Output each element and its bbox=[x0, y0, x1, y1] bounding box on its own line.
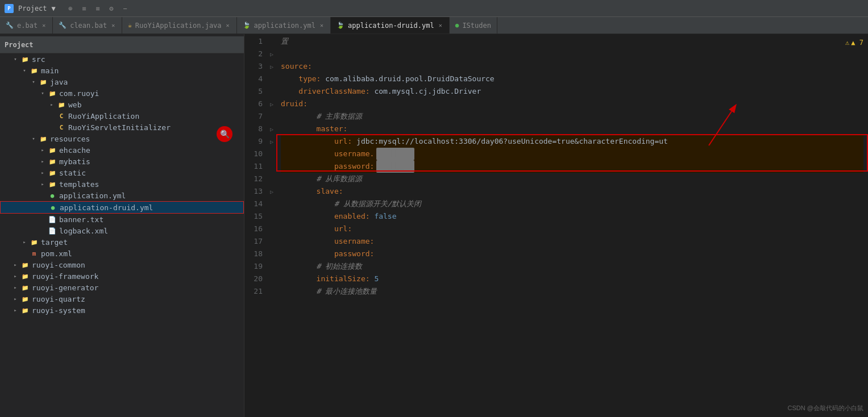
folder-icon-resources: 📁 bbox=[39, 134, 48, 143]
tree-item-ruoyi-common[interactable]: 📁 ruoyi-common bbox=[0, 259, 244, 270]
tree-item-appyml[interactable]: ● application.yml bbox=[0, 190, 244, 201]
label-comruoyi: com.ruoyi bbox=[59, 89, 99, 98]
arrow-ruoyi-generator bbox=[11, 283, 19, 291]
tab-appyml[interactable]: 🍃 application.yml ✕ bbox=[237, 17, 331, 34]
token-5-1: driverClassName: bbox=[281, 85, 374, 98]
code-area[interactable]: ⚠ ▲ 7 bbox=[276, 34, 868, 417]
java-icon-ruoyiservlet: C bbox=[57, 123, 66, 132]
tree-item-static[interactable]: 📁 static bbox=[0, 167, 244, 178]
code-line-3: source: bbox=[281, 60, 863, 73]
title-bar-title: Project bbox=[18, 5, 47, 12]
settings-btn[interactable]: ⚙ bbox=[106, 3, 117, 14]
gutter-arrow-3: ▷ bbox=[267, 60, 276, 73]
tree-item-banner[interactable]: 📄 banner.txt bbox=[0, 214, 244, 225]
gutter-arrow-9: ▷ bbox=[267, 135, 276, 148]
title-bar-controls: ⊕ ≡ ≡ ⚙ − bbox=[65, 3, 131, 14]
arrow-ruoyi-common bbox=[11, 261, 19, 269]
tab-ruoyiapp[interactable]: ☕ RuoYiApplication.java ✕ bbox=[122, 17, 236, 34]
token-1-1: 置 bbox=[281, 35, 288, 48]
search-icon-btn[interactable]: 🔍 bbox=[217, 126, 232, 142]
editor[interactable]: 1 2 3 4 5 6 7 8 9 10 11 12 13 14 15 16 1… bbox=[244, 34, 868, 417]
tree-item-target[interactable]: 📁 target bbox=[0, 236, 244, 248]
token-11-1: password: bbox=[281, 160, 374, 173]
arrow-ehcache bbox=[39, 146, 47, 154]
gutter-arrow-2: ▷ bbox=[267, 48, 276, 60]
label-pom: pom.xml bbox=[41, 249, 72, 258]
code-line-6: druid: bbox=[281, 98, 863, 110]
token-20-2: 5 bbox=[374, 273, 379, 285]
tree-item-templates[interactable]: 📁 templates bbox=[0, 178, 244, 190]
tree-item-web[interactable]: 📁 web bbox=[0, 99, 244, 110]
folder-icon-static: 📁 bbox=[48, 168, 57, 177]
tab-icon-istuden: ● bbox=[455, 22, 459, 29]
folder-icon-java: 📁 bbox=[39, 77, 48, 86]
xml-icon-logback: 📄 bbox=[48, 226, 57, 235]
token-12-1: # 从库数据源 bbox=[281, 173, 362, 185]
tree-item-ruoyi-quartz[interactable]: 📁 ruoyi-quartz bbox=[0, 293, 244, 305]
tree-item-src[interactable]: 📁 src bbox=[0, 53, 244, 65]
tab-clean[interactable]: 🔧 clean.bat ✕ bbox=[53, 17, 122, 34]
sidebar-header: Project bbox=[0, 36, 244, 53]
expand-all-btn[interactable]: ≡ bbox=[92, 3, 103, 14]
folder-icon-src: 📁 bbox=[20, 55, 30, 64]
tab-istuden[interactable]: ● IStuden bbox=[450, 17, 497, 34]
token-4-1: type: bbox=[281, 73, 325, 85]
code-line-7: # 主库数据源 bbox=[281, 110, 863, 123]
arrow-templates bbox=[39, 180, 47, 188]
token-6-1: druid: bbox=[281, 98, 308, 110]
folder-icon-templates: 📁 bbox=[48, 180, 57, 189]
locate-btn[interactable]: ⊕ bbox=[65, 3, 76, 14]
folder-icon-target: 📁 bbox=[30, 237, 39, 247]
gutter-arrow-13: ▷ bbox=[267, 185, 276, 198]
label-ruoyiapp: RuoYiApplication bbox=[68, 112, 139, 120]
label-java: java bbox=[50, 78, 68, 86]
warning-icon: ⚠ bbox=[845, 36, 849, 49]
tree-item-java[interactable]: 📁 java bbox=[0, 76, 244, 87]
tab-close-ebat[interactable]: ✕ bbox=[41, 22, 47, 29]
tab-icon-ruoyiapp: ☕ bbox=[128, 22, 132, 29]
label-src: src bbox=[32, 55, 45, 64]
label-ehcache: ehcache bbox=[59, 146, 90, 155]
label-ruoyi-generator: ruoyi-generator bbox=[32, 283, 98, 292]
label-ruoyi-system: ruoyi-system bbox=[32, 306, 85, 315]
tree-item-pom[interactable]: m pom.xml bbox=[0, 248, 244, 259]
line-numbers: 1 2 3 4 5 6 7 8 9 10 11 12 13 14 15 16 1… bbox=[244, 34, 267, 417]
code-line-18: password: bbox=[281, 248, 863, 260]
tree-item-logback[interactable]: 📄 logback.xml bbox=[0, 225, 244, 236]
folder-icon-ruoyi-system: 📁 bbox=[20, 306, 30, 315]
code-line-17: username: bbox=[281, 235, 863, 248]
tree-item-ruoyiapp[interactable]: C RuoYiApplication bbox=[0, 110, 244, 122]
label-templates: templates bbox=[59, 180, 99, 189]
tree-item-comruoyi[interactable]: 📁 com.ruoyi bbox=[0, 87, 244, 99]
folder-icon-ruoyi-generator: 📁 bbox=[20, 283, 30, 292]
arrow-ruoyi-framework bbox=[11, 272, 19, 280]
token-4-2: com.alibaba.druid.pool.DruidDataSource bbox=[325, 73, 494, 85]
label-ruoyi-framework: ruoyi-framework bbox=[32, 272, 98, 281]
label-mybatis: mybatis bbox=[59, 157, 90, 166]
tree-item-ruoyiservlet[interactable]: C RuoYiServletInitializer bbox=[0, 122, 244, 133]
tree-item-main[interactable]: 📁 main bbox=[0, 65, 244, 76]
code-line-5: driverClassName: com.mysql.cj.jdbc.Drive… bbox=[281, 85, 863, 98]
tab-ebat[interactable]: 🔧 e.bat ✕ bbox=[0, 17, 53, 34]
tree-item-ehcache[interactable]: 📁 ehcache bbox=[0, 144, 244, 156]
token-14-1: # 从数据源开关/默认关闭 bbox=[281, 198, 421, 210]
collapse-all-btn[interactable]: ≡ bbox=[78, 3, 90, 14]
arrow-resources bbox=[30, 135, 38, 143]
title-dropdown-arrow[interactable]: ▼ bbox=[52, 5, 56, 12]
tab-close-clean[interactable]: ✕ bbox=[110, 22, 116, 29]
tree-item-ruoyi-generator[interactable]: 📁 ruoyi-generator bbox=[0, 282, 244, 293]
tab-close-appdruid[interactable]: ✕ bbox=[438, 22, 443, 29]
tree-item-resources[interactable]: 📁 resources bbox=[0, 133, 244, 144]
tree-item-appdruid[interactable]: ● application-druid.yml bbox=[0, 201, 244, 214]
code-line-8: master: bbox=[281, 123, 863, 135]
tab-appdruid[interactable]: 🍃 application-druid.yml ✕ bbox=[331, 17, 450, 34]
tree-item-mybatis[interactable]: 📁 mybatis bbox=[0, 156, 244, 167]
sidebar-title: Project bbox=[5, 41, 34, 49]
tree-item-ruoyi-system[interactable]: 📁 ruoyi-system bbox=[0, 305, 244, 316]
arrow-ruoyi-system bbox=[11, 306, 19, 314]
minimize-btn[interactable]: − bbox=[119, 3, 131, 14]
tab-close-ruoyiapp[interactable]: ✕ bbox=[225, 22, 231, 29]
tab-close-appyml[interactable]: ✕ bbox=[319, 22, 325, 29]
tree-item-ruoyi-framework[interactable]: 📁 ruoyi-framework bbox=[0, 270, 244, 282]
code-line-10: username.████ bbox=[281, 148, 863, 160]
